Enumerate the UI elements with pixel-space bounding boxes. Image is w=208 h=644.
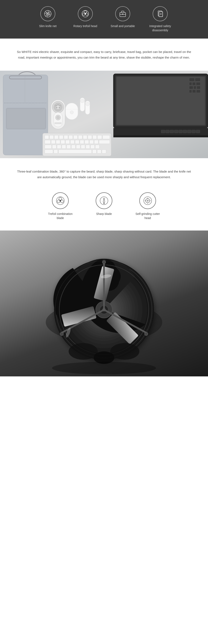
svg-rect-54 [97, 135, 102, 139]
svg-rect-68 [45, 145, 52, 148]
svg-rect-52 [88, 135, 92, 139]
svg-rect-66 [94, 140, 98, 144]
slim-knife-net-icon-circle [40, 6, 55, 21]
blade-closeup-visualization [31, 235, 177, 376]
trefoil-blade-icon-circle [52, 192, 69, 209]
svg-rect-93 [192, 82, 196, 85]
svg-rect-108 [192, 130, 196, 133]
svg-point-28 [59, 105, 61, 106]
svg-rect-89 [113, 135, 208, 137]
knife-net-icon [44, 10, 52, 18]
sharp-blade-label: Sharp blade [96, 212, 112, 216]
svg-rect-45 [54, 135, 58, 139]
svg-rect-49 [73, 135, 78, 139]
rotary-trefoil-icon-circle [78, 6, 93, 21]
sharp-blade-icon-circle [96, 192, 112, 209]
description-text: So WHITE mini electric shaver, exquisite… [17, 49, 191, 60]
safety-icon [156, 10, 164, 18]
svg-point-5 [83, 13, 85, 16]
svg-rect-58 [56, 140, 60, 144]
rotary-trefoil-label: Rotary trefoil head [73, 24, 97, 28]
svg-rect-94 [196, 82, 200, 85]
svg-rect-103 [170, 130, 174, 133]
svg-rect-34 [55, 122, 62, 124]
svg-rect-78 [95, 145, 100, 148]
svg-rect-79 [45, 150, 53, 154]
sharp-blade-icon [100, 196, 108, 205]
svg-rect-56 [45, 140, 51, 144]
svg-point-143 [60, 332, 63, 336]
svg-rect-104 [174, 130, 178, 133]
svg-point-144 [145, 332, 148, 336]
svg-rect-83 [97, 150, 101, 154]
svg-rect-72 [67, 145, 71, 148]
svg-rect-100 [196, 90, 200, 93]
svg-rect-63 [80, 140, 84, 144]
svg-rect-81 [58, 150, 92, 154]
svg-point-4 [84, 11, 87, 13]
svg-rect-51 [83, 135, 87, 139]
svg-rect-99 [192, 90, 196, 93]
svg-rect-65 [90, 140, 94, 144]
small-portable-icon-circle [115, 6, 130, 21]
slim-knife-net-label: Slim knife net [39, 24, 57, 28]
svg-rect-102 [166, 130, 169, 133]
trefoil-combination-label: Trefoil combination blade [47, 212, 74, 220]
svg-rect-95 [189, 86, 193, 89]
trefoil-icon [81, 10, 90, 18]
svg-rect-75 [81, 145, 85, 148]
svg-rect-80 [54, 150, 58, 154]
svg-rect-71 [62, 145, 66, 148]
svg-point-29 [59, 107, 60, 108]
svg-point-27 [57, 104, 59, 106]
svg-rect-74 [76, 145, 80, 148]
self-grinding-label: Self-grinding cutter head [134, 212, 161, 220]
feature-item-integrated-safety: Integrated safety disassembly [148, 6, 173, 32]
svg-rect-84 [102, 150, 106, 154]
flatlay-container [0, 71, 208, 158]
svg-rect-46 [59, 135, 63, 139]
svg-rect-12 [159, 12, 163, 17]
svg-point-33 [57, 116, 60, 119]
svg-rect-53 [93, 135, 97, 139]
svg-rect-8 [120, 12, 126, 17]
svg-rect-70 [57, 145, 61, 148]
svg-rect-61 [70, 140, 75, 144]
blade-item-self-grinding: Self-grinding cutter head [134, 192, 161, 220]
svg-rect-96 [194, 86, 196, 89]
svg-rect-20 [6, 108, 46, 129]
svg-point-37 [70, 111, 73, 114]
blade-item-sharp: Sharp blade [91, 192, 117, 220]
svg-rect-59 [61, 140, 65, 144]
svg-point-26 [56, 105, 57, 106]
integrated-safety-icon-circle [153, 6, 168, 21]
svg-rect-101 [161, 130, 165, 133]
svg-point-142 [102, 260, 106, 264]
svg-rect-57 [51, 140, 55, 144]
portable-icon [118, 10, 127, 18]
svg-rect-47 [64, 135, 68, 139]
svg-point-119 [146, 198, 150, 203]
svg-rect-105 [179, 130, 182, 133]
svg-point-41 [86, 102, 90, 106]
blade-description-text: Three-leaf combination blade, 360° to ca… [17, 168, 191, 180]
blade-closeup-section [0, 230, 208, 376]
svg-rect-62 [75, 140, 79, 144]
svg-rect-90 [189, 78, 195, 81]
flatlay-background [0, 71, 208, 158]
svg-point-146 [110, 343, 139, 360]
blade-item-trefoil: Trefoil combination blade [47, 192, 74, 220]
svg-rect-77 [91, 145, 95, 148]
svg-rect-82 [92, 150, 97, 154]
svg-point-39 [81, 99, 84, 103]
svg-point-150 [52, 362, 156, 374]
svg-rect-98 [189, 90, 192, 93]
svg-rect-92 [189, 82, 192, 85]
svg-rect-44 [49, 135, 54, 139]
blade-features: Trefoil combination blade Sharp blade [0, 186, 208, 230]
svg-rect-64 [85, 140, 89, 144]
svg-point-145 [69, 343, 98, 360]
feature-item-small-portable: Small and portable [110, 6, 135, 32]
svg-rect-91 [195, 78, 200, 81]
svg-point-114 [60, 200, 61, 201]
